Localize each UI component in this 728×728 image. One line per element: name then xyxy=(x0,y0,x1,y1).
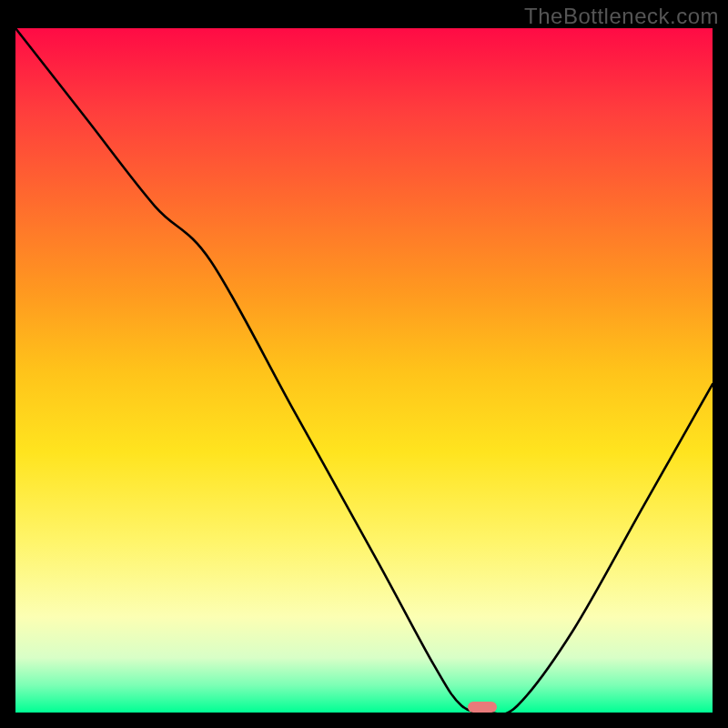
plot-area xyxy=(15,28,713,713)
watermark-text: TheBottleneck.com xyxy=(524,4,719,29)
bottleneck-curve xyxy=(15,28,713,713)
chart-frame: TheBottleneck.com xyxy=(0,0,728,728)
minimum-marker xyxy=(468,702,497,713)
